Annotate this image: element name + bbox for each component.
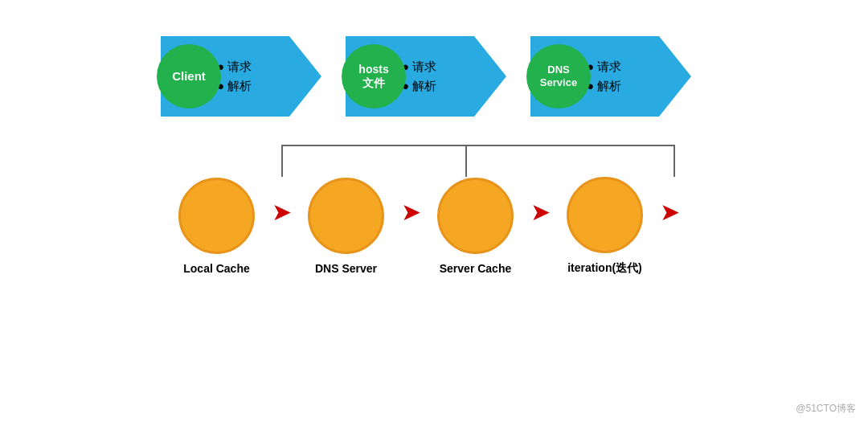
bottom-row: Local Cache ➤ DNS Server ➤ Server Cache [178,177,690,276]
dns-bullet-2: 解析 [597,76,621,96]
bracket-right-leg [674,145,675,177]
arrow-2-icon: ➤ [401,200,421,224]
bracket-center [465,145,467,177]
arrow-3-icon: ➤ [530,200,551,224]
arrow-2: ➤ [391,200,431,224]
dns-server-item: DNS Server [308,178,384,275]
bracket-top [281,145,675,146]
client-bullet-2: 解析 [227,76,252,96]
main-container: ● 请求 ● 解析 Client [0,0,868,422]
dns-arrow-text: ● 请求 ● 解析 [587,57,621,96]
arrow-1-icon: ➤ [272,200,292,224]
server-cache-circle [437,178,514,254]
iteration-label: iteration(迭代) [567,261,642,276]
client-arrow-group: ● 请求 ● 解析 Client [161,32,338,121]
top-row: ● 请求 ● 解析 Client [161,32,707,121]
client-bullet-1: 请求 [227,57,252,76]
watermark: @51CTO博客 [796,402,856,416]
arrow-1: ➤ [261,200,301,224]
server-cache-label: Server Cache [440,262,512,275]
server-cache-item: Server Cache [437,178,514,275]
dns-server-circle [308,178,384,254]
client-arrow-text: ● 请求 ● 解析 [217,57,252,96]
hosts-circle: hosts文件 [342,44,406,109]
arrow-3: ➤ [520,200,560,224]
arrow-4-icon: ➤ [660,200,680,224]
watermark-text: @51CTO博客 [796,403,856,414]
client-arrow-body: ● 请求 ● 解析 Client [161,32,338,121]
arrow-4: ➤ [649,200,690,224]
dns-arrow-body: ● 请求 ● 解析 DNSService [530,32,707,121]
client-circle: Client [157,44,221,109]
dns-label: DNSService [540,64,577,88]
hosts-bullet-2: 解析 [412,76,436,96]
hosts-arrow-group: ● 请求 ● 解析 hosts文件 [346,32,522,121]
iteration-item: iteration(迭代) [567,177,643,276]
bracket-container [193,145,739,177]
local-cache-item: Local Cache [178,178,255,275]
hosts-arrow-text: ● 请求 ● 解析 [402,57,436,96]
dns-bullet-1: 请求 [597,57,621,76]
hosts-bullet-1: 请求 [412,57,436,76]
hosts-label: hosts文件 [358,63,388,90]
dns-server-label: DNS Server [315,262,377,275]
bottom-section: Local Cache ➤ DNS Server ➤ Server Cache [0,145,868,276]
bracket-left-leg [281,145,283,177]
iteration-circle [567,177,643,253]
dns-arrow-group: ● 请求 ● 解析 DNSService [530,32,707,121]
client-label: Client [172,69,206,84]
dns-circle: DNSService [526,44,591,109]
local-cache-label: Local Cache [183,262,249,275]
local-cache-circle [178,178,255,254]
hosts-arrow-body: ● 请求 ● 解析 hosts文件 [346,32,522,121]
